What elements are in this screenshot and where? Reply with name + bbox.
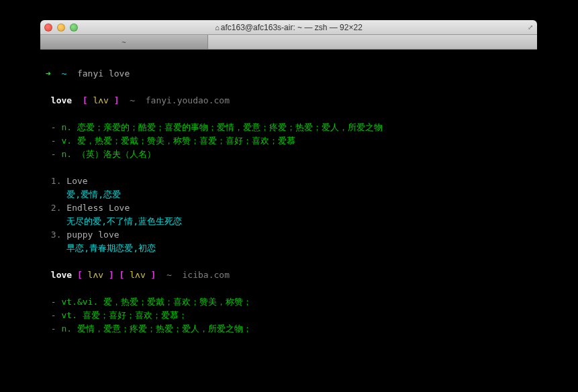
item-en: Endless Love [66, 203, 130, 213]
bracket: ] [151, 270, 156, 280]
tab-home[interactable]: ~ [40, 35, 208, 49]
bracket: [ [77, 270, 83, 280]
bracket: ] [114, 95, 119, 105]
dash: - [51, 136, 56, 146]
titlebar[interactable]: ⌂afc163@afc163s-air: ~ — zsh — 92×22 ⤢ [40, 20, 537, 35]
close-icon[interactable] [44, 23, 52, 32]
home-icon: ⌂ [215, 23, 220, 32]
num: 1. [51, 176, 62, 186]
dash: - [51, 324, 56, 334]
sep: ~ [130, 95, 135, 105]
bracket: [ [83, 95, 88, 105]
zoom-icon[interactable] [70, 23, 78, 32]
terminal-window: ⌂afc163@afc163s-air: ~ — zsh — 92×22 ⤢ ~… [40, 20, 537, 349]
phonetic: lʌv [124, 270, 150, 280]
dash: - [51, 297, 56, 307]
title-text: afc163@afc163s-air: ~ — zsh — 92×22 [221, 23, 363, 32]
def-text: vt.&vi. 爱，热爱；爱戴；喜欢；赞美，称赞； [61, 297, 252, 307]
item-en: puppy love [66, 230, 119, 240]
dash: - [51, 122, 56, 132]
minimize-icon[interactable] [57, 23, 65, 32]
item-zh: 爱,爱情,恋爱 [66, 189, 121, 199]
tabbar: ~ [40, 35, 537, 50]
def-text: n. （英）洛夫（人名） [61, 149, 155, 159]
item-en: Love [66, 176, 87, 186]
num: 2. [51, 203, 62, 213]
dash: - [51, 310, 56, 320]
expand-icon[interactable]: ⤢ [528, 23, 533, 31]
def-text: vt. 喜爱；喜好；喜欢；爱慕； [61, 310, 187, 320]
dash: - [51, 149, 56, 159]
sep: ~ [166, 270, 172, 280]
terminal-body[interactable]: ➜ ~ fanyi love love [ lʌv ] ~ fanyi.youd… [40, 50, 537, 349]
item-zh: 早恋,青春期恋爱,初恋 [66, 243, 156, 253]
iciba-word: love [51, 270, 72, 280]
phonetic: lʌv [88, 95, 114, 105]
youdao-source: fanyi.youdao.com [146, 95, 230, 105]
item-zh: 无尽的爱,不了情,蓝色生死恋 [66, 216, 182, 226]
command: fanyi love [77, 68, 130, 79]
phonetic: lʌv [83, 270, 109, 280]
prompt-cwd: ~ [61, 68, 66, 79]
tabbar-empty [208, 35, 537, 49]
window-title: ⌂afc163@afc163s-air: ~ — zsh — 92×22 [40, 23, 537, 32]
bracket: ] [109, 270, 114, 280]
youdao-word: love [51, 95, 72, 105]
iciba-source: iciba.com [183, 270, 230, 280]
def-text: n. 恋爱；亲爱的；酷爱；喜爱的事物；爱情，爱意；疼爱；热爱；爱人，所爱之物 [61, 122, 382, 132]
def-text: v. 爱，热爱；爱戴；赞美，称赞；喜爱；喜好；喜欢；爱慕 [61, 136, 295, 146]
prompt-arrow: ➜ [46, 68, 51, 79]
traffic-lights [44, 23, 78, 32]
num: 3. [51, 230, 62, 240]
def-text: n. 爱情，爱意；疼爱；热爱；爱人，所爱之物； [61, 324, 251, 334]
